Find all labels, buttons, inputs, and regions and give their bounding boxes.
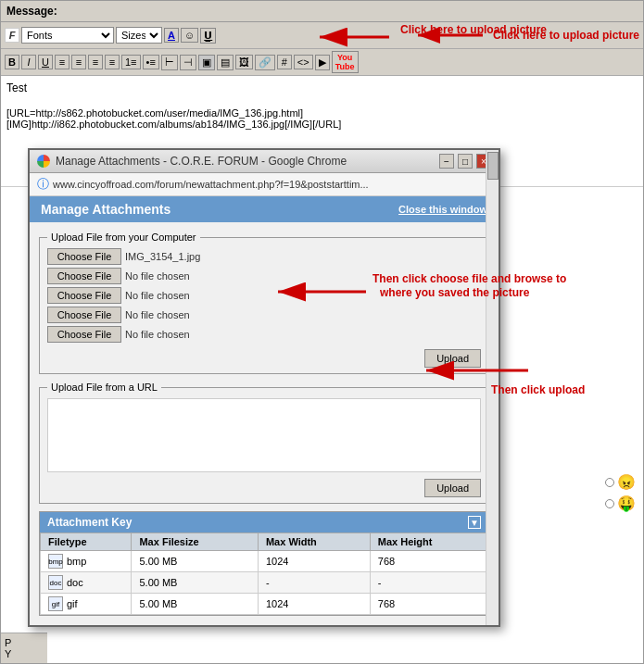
row1-type: bmp bmp: [41, 551, 132, 572]
toolbar-extra1[interactable]: ▣: [198, 55, 215, 70]
emoji2-radio[interactable]: [605, 499, 614, 508]
choose-file-btn-4[interactable]: Choose File: [47, 307, 121, 323]
col-max-height: Max Height: [370, 533, 487, 551]
modal-url-text: www.cincyoffroad.com/forum/newattachment…: [53, 179, 369, 190]
upload-url-button[interactable]: Upload: [424, 479, 481, 497]
underline-button[interactable]: U̲: [200, 28, 216, 44]
row1-height: 768: [370, 551, 487, 572]
font-color-button[interactable]: A: [164, 28, 179, 43]
align-left-button[interactable]: ≡: [55, 55, 69, 69]
row1-width: 1024: [258, 551, 370, 572]
toolbar-link-button[interactable]: 🔗: [255, 55, 275, 70]
modal-restore-button[interactable]: □: [458, 154, 473, 169]
expand-icon[interactable]: ▼: [468, 516, 481, 529]
modal-header: Manage Attachments Close this window: [30, 196, 499, 222]
table-row: doc doc 5.00 MB - -: [41, 572, 488, 594]
upload-computer-button[interactable]: Upload: [424, 349, 481, 368]
upload-computer-section: Upload File from your Computer Choose Fi…: [39, 232, 489, 374]
editor-line3: [URL=http://s862.photobucket.com/user/me…: [6, 107, 638, 119]
choose-file-btn-5[interactable]: Choose File: [47, 326, 121, 343]
money-emoji: 🤑: [617, 495, 636, 512]
modal-header-title: Manage Attachments: [41, 202, 170, 217]
sizes-dropdown[interactable]: Sizes: [116, 27, 162, 44]
toolbar-hash-button[interactable]: #: [277, 55, 292, 69]
attachment-key-section: Attachment Key ▼ Filetype Max Filesize M…: [39, 511, 489, 616]
align-justify-button[interactable]: ≡: [105, 55, 120, 69]
row1-size: 5.00 MB: [132, 551, 258, 572]
underline-tb-button[interactable]: U: [38, 55, 53, 69]
upload-arrow: [413, 24, 487, 46]
modal-body: Upload File from your Computer Choose Fi…: [30, 222, 499, 625]
scrollbar-thumb[interactable]: [487, 152, 499, 180]
col-max-filesize: Max Filesize: [132, 533, 258, 551]
modal-title-text: Manage Attachments - C.O.R.E. FORUM - Go…: [56, 155, 347, 168]
manage-attachments-modal: Manage Attachments - C.O.R.E. FORUM - Go…: [28, 148, 500, 627]
toolbar-media-button[interactable]: ▶: [315, 55, 330, 70]
toolbar-row1: F Fonts Sizes A ☺ U̲ Click here to uploa…: [1, 22, 643, 49]
bmp-icon: bmp: [48, 554, 63, 569]
italic-button[interactable]: I: [21, 55, 36, 69]
attachment-key-title: Attachment Key: [47, 516, 132, 529]
file-row-4: Choose File No file chosen: [47, 307, 481, 323]
file-name-3: No file chosen: [125, 290, 190, 301]
bottom-p-label: P: [5, 637, 44, 648]
indent-button[interactable]: ⊣: [180, 55, 196, 70]
choose-file-btn-1[interactable]: Choose File: [47, 248, 121, 265]
row3-size: 5.00 MB: [132, 594, 258, 615]
ordered-list-button[interactable]: 1≡: [121, 55, 141, 69]
right-emojis: 😠 🤑: [605, 473, 636, 512]
outdent-button[interactable]: ⊢: [161, 55, 178, 70]
file-name-4: No file chosen: [125, 309, 190, 320]
attachment-table: Filetype Max Filesize Max Width Max Heig…: [40, 532, 488, 615]
fonts-dropdown[interactable]: Fonts: [21, 27, 114, 44]
table-row: gif gif 5.00 MB 1024 768: [41, 594, 488, 615]
col-max-width: Max Width: [258, 533, 370, 551]
attachment-key-header: Attachment Key ▼: [40, 512, 488, 532]
toolbar-youtube-button[interactable]: YouTube: [332, 51, 359, 73]
file-row-3: Choose File No file chosen: [47, 287, 481, 304]
angry-emoji: 😠: [617, 473, 636, 491]
row3-width: 1024: [258, 594, 370, 615]
upload-computer-legend: Upload File from your Computer: [47, 232, 200, 243]
row2-size: 5.00 MB: [132, 572, 258, 594]
info-icon: ⓘ: [37, 176, 49, 193]
row2-height: -: [370, 572, 487, 594]
emoji-button[interactable]: ☺: [181, 28, 198, 43]
chrome-icon: [37, 155, 50, 168]
url-input-textarea[interactable]: [47, 398, 481, 472]
choose-file-btn-3[interactable]: Choose File: [47, 287, 121, 304]
toolbar-img-button[interactable]: 🖼: [235, 55, 253, 69]
modal-address-bar: ⓘ www.cincyoffroad.com/forum/newattachme…: [30, 173, 499, 196]
modal-titlebar: Manage Attachments - C.O.R.E. FORUM - Go…: [30, 150, 499, 173]
bottom-panel: P Y: [1, 633, 47, 663]
unordered-list-button[interactable]: •≡: [143, 55, 159, 69]
row3-height: 768: [370, 594, 487, 615]
modal-minimize-button[interactable]: −: [439, 154, 454, 169]
toolbar-row2: B I U ≡ ≡ ≡ ≡ 1≡ •≡ ⊢ ⊣ ▣ ▤ 🖼 🔗 # <> ▶ Y…: [1, 49, 643, 76]
align-center-button[interactable]: ≡: [71, 55, 86, 69]
file-row-1: Choose File IMG_3154_1.jpg: [47, 248, 481, 265]
editor-line1: Test: [6, 81, 638, 94]
toolbar-code-button[interactable]: <>: [294, 55, 313, 69]
file-name-5: No file chosen: [125, 329, 190, 340]
file-row-5: Choose File No file chosen: [47, 326, 481, 343]
upload-url-section: Upload File from a URL Upload: [39, 382, 489, 504]
upload-url-legend: Upload File from a URL: [47, 382, 161, 393]
gif-icon: gif: [48, 596, 63, 611]
editor-line4: [IMG]http://i862.photobucket.com/albums/…: [6, 119, 638, 130]
doc-icon: doc: [48, 575, 63, 590]
url-upload-btn-container: Upload: [47, 475, 481, 497]
bottom-y-label: Y: [5, 648, 44, 659]
modal-controls: − □ ×: [439, 154, 491, 169]
modal-title-area: Manage Attachments - C.O.R.E. FORUM - Go…: [37, 155, 347, 168]
modal-scrollbar[interactable]: [486, 150, 499, 625]
row2-type: doc doc: [41, 572, 132, 594]
choose-file-btn-2[interactable]: Choose File: [47, 268, 121, 284]
close-window-link[interactable]: Close this window: [398, 204, 487, 215]
file-name-2: No file chosen: [125, 270, 190, 282]
emoji1-radio[interactable]: [605, 478, 614, 487]
bold-button[interactable]: B: [5, 55, 19, 69]
editor-line2: [6, 94, 638, 107]
align-right-button[interactable]: ≡: [88, 55, 103, 69]
toolbar-extra2[interactable]: ▤: [217, 55, 234, 70]
